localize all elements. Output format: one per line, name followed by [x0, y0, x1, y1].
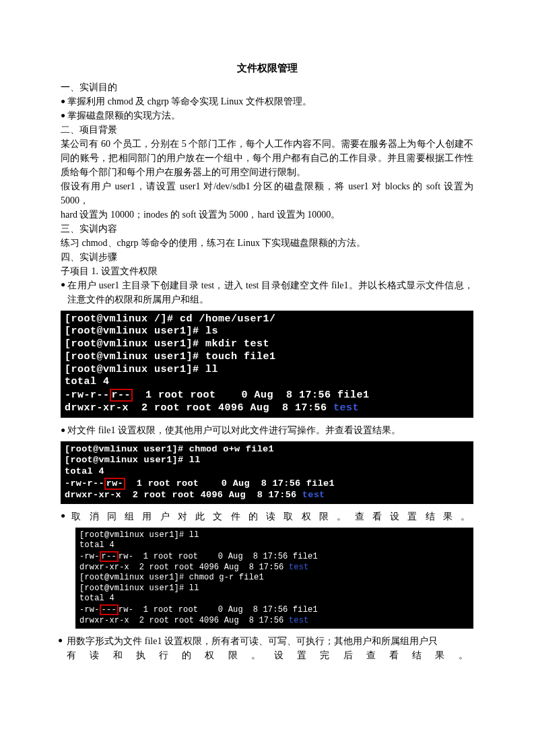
section-4: 四、实训步骤	[61, 250, 473, 264]
bg-p2: 假设有用户 user1，请设置 user1 对/dev/sdb1 分区的磁盘限额…	[61, 179, 473, 208]
section-2: 二、项目背景	[61, 123, 473, 137]
terminal-3: [root@vmlinux user1]# ll total 4 -rw-r--…	[75, 528, 473, 629]
step-1: 在用户 user1 主目录下创建目录 test，进入 test 目录创建空文件 …	[67, 278, 473, 307]
bullet-icon: ●	[61, 509, 71, 524]
step-4b: 有读和执行的权限。设置完后查看结果。	[67, 648, 473, 662]
highlight-box: r--	[110, 389, 133, 402]
highlight-box: r--	[100, 551, 119, 562]
section-1: 一、实训目的	[61, 80, 473, 94]
highlight-box: rw-	[104, 478, 125, 490]
bg-p3: hard 设置为 10000；inodes 的 soft 设置为 5000，ha…	[61, 208, 473, 222]
step-3: 取消同组用户对此文件的读取权限。查看设置结果。	[71, 509, 473, 524]
bullet-icon: ●	[58, 634, 67, 662]
section-3: 三、实训内容	[61, 222, 473, 236]
goal-1: 掌握利用 chmod 及 chgrp 等命令实现 Linux 文件权限管理。	[61, 94, 473, 108]
highlight-box: ---	[100, 604, 119, 615]
content-p: 练习 chmod、chgrp 等命令的使用，练习在 Linux 下实现磁盘限额的…	[61, 236, 473, 250]
bg-p1: 某公司有 60 个员工，分别在 5 个部门工作，每个人工作内容不同。需要在服务器…	[61, 137, 473, 179]
doc-title: 文件权限管理	[61, 61, 473, 76]
terminal-1: [root@vmlinux /]# cd /home/user1/ [root@…	[61, 311, 473, 418]
goal-2: 掌握磁盘限额的实现方法。	[61, 108, 473, 123]
step-4a: 用数字形式为文件 file1 设置权限，所有者可读、可写、可执行；其他用户和所属…	[67, 634, 473, 648]
subproj: 子项目 1. 设置文件权限	[61, 264, 473, 278]
bullet-icon: ●	[61, 278, 67, 307]
step-2: 对文件 file1 设置权限，使其他用户可以对此文件进行写操作。并查看设置结果。	[61, 423, 473, 437]
terminal-2: [root@vmlinux user1]# chmod o+w file1 [r…	[61, 441, 473, 504]
